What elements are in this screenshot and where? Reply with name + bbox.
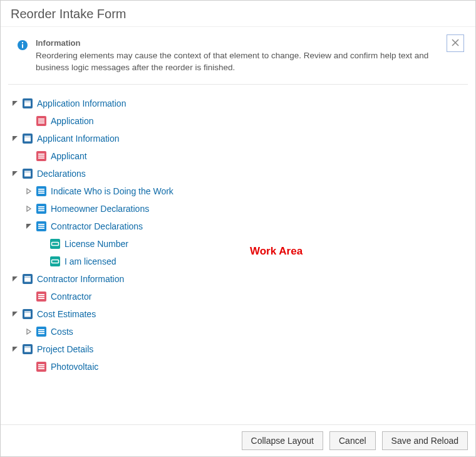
svg-rect-55 [24,313,31,317]
svg-marker-35 [26,224,31,229]
tree-row-application-information[interactable]: Application Information [11,95,468,112]
expand-toggle-icon[interactable] [24,187,33,196]
tree-node-application-information: Application InformationApplication [11,95,468,130]
svg-rect-60 [38,333,44,334]
tree-label: Cost Estimates [37,309,96,319]
info-close-button[interactable] [447,34,464,52]
cancel-button[interactable]: Cancel [329,431,376,450]
svg-marker-13 [13,136,18,141]
collapse-toggle-icon[interactable] [11,134,19,143]
folder-icon [22,273,33,285]
svg-rect-33 [38,208,44,209]
svg-marker-61 [13,347,18,352]
svg-rect-64 [24,348,31,352]
collapse-toggle-icon[interactable] [11,169,19,178]
tree-node-license-number: License Number [38,235,468,253]
tree-node-costs: Costs [24,323,468,340]
tree-row-project-details[interactable]: Project Details [11,340,468,358]
folder-icon [22,308,33,320]
tree-row-contractor-declarations[interactable]: Contractor Declarations [24,218,468,235]
dialog-title: Reorder Intake Form [1,1,475,27]
save-and-reload-button[interactable]: Save and Reload [382,431,468,450]
svg-rect-32 [38,206,44,207]
svg-rect-24 [24,172,31,177]
collapse-toggle-icon[interactable] [11,275,19,283]
svg-rect-59 [38,331,44,332]
field_teal-icon [49,238,61,250]
tree-row-contractor-information[interactable]: Contractor Information [11,270,468,288]
tree-node-applicant: Applicant [24,147,468,165]
tree-label: Contractor Information [37,274,124,284]
section_red-icon [36,115,47,127]
svg-rect-10 [38,118,44,120]
collapse-toggle-icon[interactable] [11,310,19,318]
tree-row-cost-estimates[interactable]: Cost Estimates [11,305,468,323]
svg-rect-28 [38,191,44,192]
section_red-icon [36,291,47,302]
svg-rect-37 [38,224,44,225]
expand-toggle-icon[interactable] [24,327,33,336]
svg-rect-51 [38,298,44,299]
tree-children: Contractor [11,288,468,305]
svg-marker-30 [27,206,31,211]
svg-marker-56 [27,329,31,334]
tree-children: Photovoltaic [11,358,468,376]
tree-children: Costs [11,323,468,340]
tree-row-contractor[interactable]: Contractor [24,288,468,305]
svg-rect-50 [38,296,44,297]
section_red-icon [36,361,47,372]
svg-rect-8 [24,102,31,107]
svg-marker-5 [13,101,18,106]
tree-row-photovoltaic[interactable]: Photovoltaic [24,358,468,376]
collapse-layout-button[interactable]: Collapse Layout [242,431,323,450]
tree-row-declarations[interactable]: Declarations [11,165,468,182]
folder-icon [22,344,33,355]
form-tree: Application InformationApplicationApplic… [8,95,468,376]
tree-row-applicant-information[interactable]: Applicant Information [11,130,468,147]
tree-label: License Number [65,239,128,249]
tree-label: Project Details [37,344,93,354]
tree-label: Homeowner Declarations [51,204,149,214]
tree-label: Contractor Declarations [51,221,143,231]
svg-rect-1 [22,45,23,48]
section_blue-icon [36,326,47,337]
tree-row-i-am-licensed[interactable]: I am licensed [38,253,468,270]
svg-rect-49 [38,294,44,295]
tree-label: Application [51,116,94,126]
section_blue-icon [36,221,47,232]
svg-rect-2 [22,42,23,43]
svg-rect-38 [38,226,44,227]
tree-label: Indicate Who is Doing the Work [51,186,173,196]
tree-row-license-number[interactable]: License Number [38,235,468,253]
collapse-toggle-icon[interactable] [24,222,33,231]
tree-row-application[interactable]: Application [24,112,468,130]
tree-node-homeowner-declarations: Homeowner Declarations [24,200,468,218]
tree-node-application: Application [24,112,468,130]
tree-children: Application [11,112,468,130]
tree-label: I am licensed [65,256,116,266]
info-heading: Information [36,38,440,48]
tree-row-applicant[interactable]: Applicant [24,147,468,165]
tree-label: Application Information [37,98,126,108]
tree-row-homeowner-declarations[interactable]: Homeowner Declarations [24,200,468,218]
dialog-body[interactable]: Information Reordering elements may caus… [1,27,475,424]
tree-row-indicate-who[interactable]: Indicate Who is Doing the Work [24,182,468,200]
tree-children: Indicate Who is Doing the WorkHomeowner … [11,182,468,270]
collapse-toggle-icon[interactable] [11,99,19,108]
svg-marker-21 [13,171,18,176]
svg-rect-34 [38,210,44,211]
svg-rect-68 [38,368,44,369]
tree-label: Declarations [37,169,86,179]
tree-node-applicant-information: Applicant InformationApplicant [11,130,468,165]
svg-rect-46 [24,276,31,277]
svg-rect-27 [38,189,44,190]
svg-rect-15 [24,135,31,137]
collapse-toggle-icon[interactable] [11,345,19,354]
expand-toggle-icon[interactable] [24,204,33,213]
svg-rect-39 [38,228,44,229]
svg-rect-58 [38,329,44,330]
tree-label: Costs [51,327,73,337]
svg-rect-66 [38,364,44,365]
tree-row-costs[interactable]: Costs [24,323,468,340]
svg-rect-47 [24,278,31,282]
